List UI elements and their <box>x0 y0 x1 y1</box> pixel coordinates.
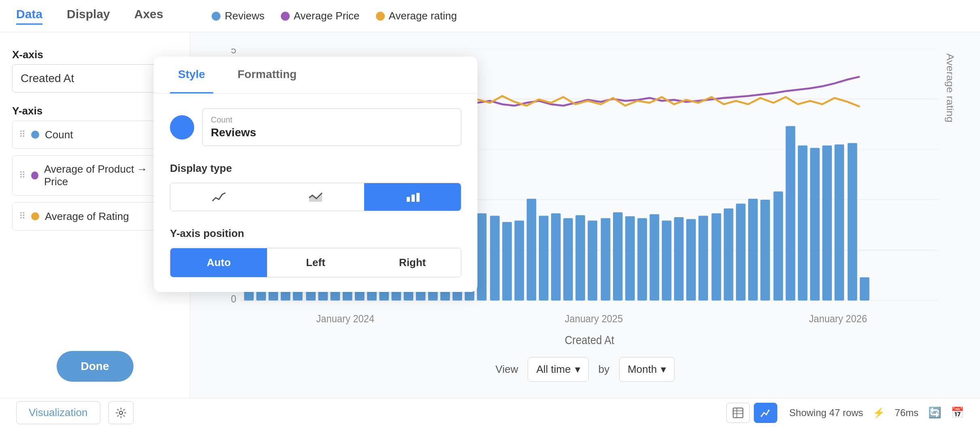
svg-rect-46 <box>601 218 611 300</box>
chart-legend: Reviews Average Price Average rating <box>212 10 457 22</box>
svg-rect-3 <box>416 193 420 202</box>
svg-rect-36 <box>477 213 487 300</box>
tab-data[interactable]: Data <box>16 7 42 25</box>
svg-text:0: 0 <box>231 293 236 304</box>
legend-reviews: Reviews <box>212 10 264 22</box>
svg-point-80 <box>768 410 770 411</box>
svg-rect-58 <box>748 199 758 301</box>
y-position-group: Auto Left Right <box>170 248 461 277</box>
legend-dot-reviews <box>212 12 221 21</box>
svg-rect-53 <box>686 219 696 300</box>
status-info: Showing 47 rows ⚡ 76ms 🔄 📅 <box>789 406 964 419</box>
svg-rect-2 <box>412 194 415 202</box>
popup-tab-style[interactable]: Style <box>170 57 213 93</box>
chart-view-button[interactable] <box>754 403 777 423</box>
popup-tabs: Style Formatting <box>154 57 477 94</box>
svg-rect-50 <box>649 214 659 300</box>
done-button[interactable]: Done <box>57 351 134 382</box>
svg-point-79 <box>766 414 767 415</box>
showing-rows: Showing 47 rows <box>789 407 863 419</box>
svg-point-78 <box>763 412 765 414</box>
yaxis-item-count-label: Count <box>45 129 73 141</box>
series-name-value: Reviews <box>211 126 453 139</box>
svg-rect-42 <box>551 213 561 300</box>
svg-text:5: 5 <box>231 49 236 55</box>
settings-button[interactable] <box>108 401 134 424</box>
display-type-bar[interactable] <box>364 183 461 211</box>
svg-rect-66 <box>848 143 857 300</box>
yaxis-item-avg-price[interactable]: ⠿ Average of Product → Price ··· <box>12 155 178 196</box>
xaxis-label: X-axis <box>12 49 178 61</box>
refresh-icon[interactable]: 🔄 <box>928 406 941 419</box>
xaxis-field[interactable]: Created At <box>12 64 178 93</box>
chevron-down-icon: ▾ <box>575 363 580 376</box>
popup-tab-formatting[interactable]: Formatting <box>229 57 305 93</box>
drag-handle-avg-price: ⠿ <box>19 170 25 181</box>
color-dot-avg-rating <box>31 212 39 220</box>
legend-dot-avg-rating <box>376 12 385 21</box>
yaxis-item-avg-rating-label: Average of Rating <box>45 210 129 223</box>
y-position-label: Y-axis position <box>170 227 461 240</box>
chart-controls: View All time ▾ by Month ▾ <box>214 349 956 390</box>
display-type-area[interactable] <box>267 183 364 211</box>
series-name-box[interactable]: Count Reviews <box>202 108 461 146</box>
svg-text:January 2026: January 2026 <box>809 313 867 324</box>
speed-icon: ⚡ <box>873 407 885 419</box>
legend-dot-avg-price <box>281 12 290 21</box>
svg-rect-54 <box>698 216 708 300</box>
svg-rect-61 <box>786 126 795 300</box>
display-type-group <box>170 183 461 211</box>
legend-avg-price: Average Price <box>281 10 360 22</box>
svg-rect-37 <box>490 216 500 300</box>
series-style-popup: Style Formatting Count Reviews Display t… <box>154 57 477 292</box>
calendar-icon[interactable]: 📅 <box>951 406 964 419</box>
svg-rect-59 <box>760 200 770 300</box>
top-bar: Data Display Axes Reviews Average Price … <box>0 0 980 32</box>
svg-rect-45 <box>588 220 597 300</box>
series-name-label: Count <box>211 115 453 125</box>
svg-rect-41 <box>539 216 549 300</box>
chevron-down-icon-2: ▾ <box>661 363 666 376</box>
svg-rect-49 <box>637 218 647 300</box>
svg-rect-39 <box>514 220 524 300</box>
left-panel: X-axis Created At Y-axis ⠿ Count ··· ⠿ <box>0 32 190 398</box>
svg-rect-55 <box>712 213 721 300</box>
yaxis-section: Y-axis ⠿ Count ··· ⠿ Average of Product … <box>12 105 178 230</box>
svg-rect-73 <box>733 408 743 418</box>
series-selector: Count Reviews <box>170 108 461 146</box>
drag-handle-count: ⠿ <box>19 129 25 140</box>
view-label: View <box>496 363 518 376</box>
drag-handle-avg-rating: ⠿ <box>19 211 25 222</box>
yaxis-item-avg-rating[interactable]: ⠿ Average of Rating ··· <box>12 202 178 230</box>
by-dropdown[interactable]: Month ▾ <box>619 357 675 382</box>
svg-rect-62 <box>798 146 808 300</box>
table-view-button[interactable] <box>726 403 750 423</box>
speed-value: 76ms <box>895 407 918 419</box>
y-position-auto[interactable]: Auto <box>170 248 267 277</box>
svg-rect-67 <box>860 277 870 301</box>
svg-rect-63 <box>810 148 820 300</box>
svg-rect-57 <box>736 203 746 300</box>
svg-rect-38 <box>502 222 512 300</box>
view-dropdown[interactable]: All time ▾ <box>528 357 588 382</box>
tab-display[interactable]: Display <box>67 7 110 25</box>
svg-rect-47 <box>613 212 623 300</box>
visualization-button[interactable]: Visualization <box>16 401 100 424</box>
yaxis-item-avg-price-label: Average of Product → Price <box>44 163 161 188</box>
display-type-line[interactable] <box>170 183 267 211</box>
y-position-right[interactable]: Right <box>364 248 461 277</box>
svg-point-72 <box>119 411 123 414</box>
y-position-left[interactable]: Left <box>267 248 364 277</box>
svg-text:January 2025: January 2025 <box>565 313 623 324</box>
svg-point-77 <box>761 415 762 417</box>
by-label: by <box>598 363 609 376</box>
main-content: X-axis Created At Y-axis ⠿ Count ··· ⠿ <box>0 32 980 398</box>
svg-text:Created At: Created At <box>565 334 615 347</box>
yaxis-item-count[interactable]: ⠿ Count ··· <box>12 120 178 149</box>
tab-axes[interactable]: Axes <box>134 7 163 25</box>
bottom-bar: Visualization <box>0 398 980 427</box>
svg-rect-60 <box>774 192 783 301</box>
view-icons <box>726 403 777 423</box>
svg-rect-52 <box>674 217 684 300</box>
series-color-button[interactable] <box>170 115 194 140</box>
